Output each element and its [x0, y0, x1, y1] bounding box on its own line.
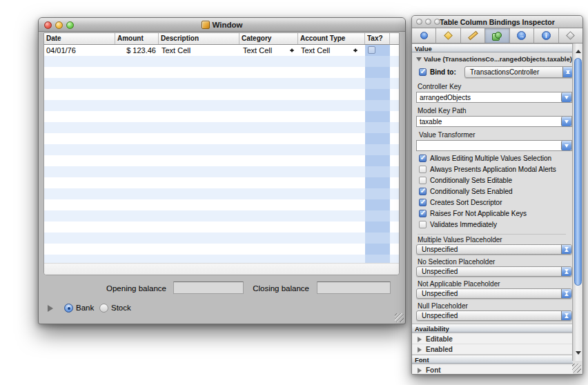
bank-radio[interactable]: [64, 304, 73, 313]
placeholder-label: Null Placeholder: [418, 302, 468, 310]
tab-bindings[interactable]: [485, 28, 509, 43]
size-ruler-icon: [468, 31, 478, 40]
inspector-zoom-button[interactable]: [434, 19, 440, 25]
bind-to-popup[interactable]: TransactionsController: [464, 66, 574, 78]
option-checkbox[interactable]: [419, 221, 427, 228]
option-checkbox[interactable]: [419, 210, 427, 217]
opening-balance-field[interactable]: [173, 282, 244, 294]
popup-arrows-icon: [561, 289, 571, 298]
tab-connections[interactable]: →: [510, 28, 534, 43]
inspector-resize-grip[interactable]: [572, 364, 581, 373]
account-type-popup-arrows-icon[interactable]: [353, 46, 358, 55]
popup-arrows-icon: [562, 67, 573, 77]
close-button[interactable]: [44, 21, 52, 29]
option-label: Creates Sort Descriptor: [430, 199, 502, 206]
tab-applescript[interactable]: [559, 28, 582, 43]
column-header-description[interactable]: Description: [159, 33, 239, 44]
tab-attributes[interactable]: [412, 28, 436, 43]
cell-category[interactable]: Text Cell: [243, 45, 287, 56]
section-header-value[interactable]: Value: [412, 43, 573, 52]
stock-radio[interactable]: [99, 304, 108, 313]
inspector-minimize-button[interactable]: [425, 19, 431, 25]
scroll-down-arrow-icon[interactable]: [573, 348, 583, 358]
disclosure-triangle-icon[interactable]: [48, 305, 53, 312]
font-row[interactable]: Font: [412, 365, 573, 375]
bind-to-label: Bind to:: [430, 68, 456, 76]
option-label: Allows Editing Multiple Values Selection: [430, 155, 551, 162]
placeholder-label: Multiple Values Placeholder: [418, 236, 502, 244]
attributes-icon: [420, 32, 428, 39]
table-row[interactable]: 04/01/76 $ 123.46 Text Cell Text Cell Te…: [44, 45, 399, 57]
value-transformer-label: Value Transformer: [419, 131, 476, 139]
category-popup-arrows-icon[interactable]: [290, 46, 295, 55]
window-resize-grip[interactable]: [395, 313, 404, 322]
option-checkbox[interactable]: [419, 177, 427, 184]
bank-radio-label[interactable]: Bank: [76, 304, 94, 312]
column-header-account-type[interactable]: Account Type: [298, 33, 365, 44]
placeholder-value: Unspecified: [422, 246, 458, 253]
column-header-amount[interactable]: Amount: [115, 33, 159, 44]
bind-to-checkbox[interactable]: [419, 68, 427, 76]
placeholder-label: Not Applicable Placeholder: [418, 280, 500, 288]
enabled-label: Enabled: [426, 346, 453, 353]
combo-dropdown-icon[interactable]: [561, 141, 571, 150]
disclosure-closed-icon[interactable]: [418, 337, 422, 342]
popup-arrows-icon: [561, 267, 571, 276]
placeholder-value: Unspecified: [422, 290, 458, 297]
inspector-close-button[interactable]: [416, 19, 422, 25]
closing-balance-label: Closing balance: [246, 284, 309, 293]
column-header-date[interactable]: Date: [44, 33, 115, 44]
placeholder-popup[interactable]: Unspecified: [416, 266, 572, 277]
stock-radio-label[interactable]: Stock: [111, 304, 131, 312]
placeholder-popup[interactable]: Unspecified: [416, 288, 572, 299]
column-header-category[interactable]: Category: [239, 33, 298, 44]
disclosure-closed-icon[interactable]: [418, 368, 422, 373]
scrollbar-thumb[interactable]: [574, 58, 582, 286]
font-label: Font: [426, 366, 441, 374]
disclosure-closed-icon[interactable]: [418, 347, 422, 353]
scroll-up-arrow-icon[interactable]: [573, 44, 583, 55]
availability-row-editable[interactable]: Editable: [412, 334, 573, 344]
model-key-path-combo[interactable]: taxable: [416, 116, 572, 127]
column-header-tax[interactable]: Tax?: [365, 33, 390, 44]
inspector-titlebar[interactable]: Table Column Bindings Inspector: [412, 16, 582, 28]
availability-row-enabled[interactable]: Enabled: [412, 344, 573, 355]
controller-key-label: Controller Key: [418, 83, 461, 90]
option-checkbox[interactable]: [419, 188, 427, 195]
minimize-button[interactable]: [55, 21, 63, 29]
closing-balance-field[interactable]: [317, 282, 391, 294]
section-header-availability[interactable]: Availability: [412, 324, 573, 333]
cell-date[interactable]: 04/01/76: [46, 45, 114, 56]
placeholder-popup[interactable]: Unspecified: [416, 310, 572, 321]
effects-icon: [444, 31, 453, 40]
section-header-font[interactable]: Font: [412, 355, 573, 364]
placeholder-value: Unspecified: [422, 268, 458, 275]
popup-arrows-icon: [561, 245, 571, 254]
cell-description[interactable]: Text Cell: [161, 45, 237, 56]
cell-account-type[interactable]: Text Cell: [301, 45, 349, 56]
disclosure-open-icon[interactable]: [416, 57, 422, 61]
option-checkbox[interactable]: [419, 155, 427, 162]
combo-dropdown-icon[interactable]: [561, 92, 571, 102]
transactions-table[interactable]: Date Amount Description Category Account…: [43, 32, 400, 275]
combo-dropdown-icon[interactable]: [561, 117, 571, 126]
cell-amount[interactable]: $ 123.46: [115, 45, 156, 56]
tab-size[interactable]: [461, 28, 485, 43]
controller-key-combo[interactable]: arrangedObjects: [416, 92, 572, 103]
table-body: 04/01/76 $ 123.46 Text Cell Text Cell Te…: [44, 45, 399, 264]
inspector-scrollbar[interactable]: [572, 43, 582, 361]
tax-checkbox[interactable]: [368, 46, 375, 54]
window-title: Window: [202, 21, 243, 29]
tab-effects[interactable]: [436, 28, 460, 43]
option-checkbox[interactable]: [419, 166, 427, 173]
controller-key-value: arrangedObjects: [420, 94, 471, 101]
tab-identity[interactable]: i: [534, 28, 558, 43]
zoom-button[interactable]: [66, 21, 74, 29]
option-checkbox[interactable]: [419, 199, 427, 206]
option-label: Validates Immediately: [430, 221, 497, 228]
titlebar[interactable]: Window: [39, 18, 405, 32]
binding-disclosure-row[interactable]: Value (TransactionsCo...rangedObjects.ta…: [416, 55, 572, 63]
placeholder-popup[interactable]: Unspecified: [416, 244, 572, 255]
value-transformer-combo[interactable]: [416, 140, 572, 151]
table-header-row: Date Amount Description Category Account…: [44, 33, 399, 45]
